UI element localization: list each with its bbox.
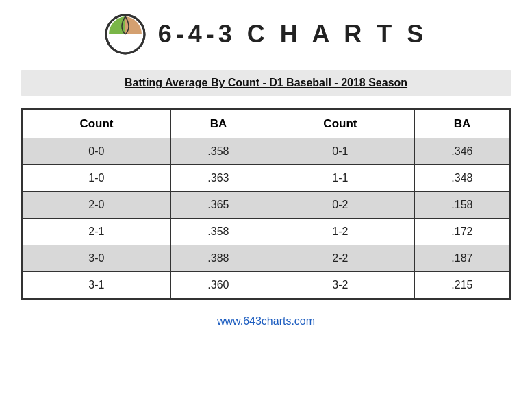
page-header: 6-4-3 C H A R T S [21,14,511,55]
footer: www.643charts.com [217,315,315,328]
cell-count2-4: 2-2 [266,245,414,272]
cell-count1-5: 3-1 [23,272,171,299]
subtitle-text: Batting Average By Count - D1 Baseball -… [31,77,501,89]
cell-ba2-2: .158 [414,192,509,219]
table-header-row: Count BA Count BA [23,110,510,138]
cell-count1-0: 0-0 [23,138,171,165]
cell-count1-2: 2-0 [23,192,171,219]
table-row: 2-0.3650-2.158 [23,192,510,219]
table-row: 3-0.3882-2.187 [23,245,510,272]
cell-ba2-3: .172 [414,219,509,245]
cell-ba2-1: .348 [414,165,509,192]
cell-ba2-4: .187 [414,245,509,272]
cell-ba2-0: .346 [414,138,509,165]
cell-count2-5: 3-2 [266,272,414,299]
cell-count2-3: 1-2 [266,219,414,245]
cell-ba1-1: .363 [170,165,266,192]
table-row: 3-1.3603-2.215 [23,272,510,299]
table-row: 1-0.3631-1.348 [23,165,510,192]
cell-ba1-4: .388 [170,245,266,272]
col-header-ba1: BA [170,110,266,138]
cell-ba1-5: .360 [170,272,266,299]
subtitle-bar: Batting Average By Count - D1 Baseball -… [21,70,511,96]
cell-ba2-5: .215 [414,272,509,299]
cell-ba1-3: .358 [170,219,266,245]
col-header-count2: Count [266,110,414,138]
header-title: 6-4-3 C H A R T S [158,20,427,49]
logo-icon [105,14,146,55]
cell-ba1-0: .358 [170,138,266,165]
col-header-count1: Count [23,110,171,138]
data-table-wrapper: Count BA Count BA 0-0.3580-1.3461-0.3631… [21,108,511,300]
cell-count1-1: 1-0 [23,165,171,192]
col-header-ba2: BA [414,110,509,138]
cell-count1-3: 2-1 [23,219,171,245]
cell-count2-2: 0-2 [266,192,414,219]
cell-count2-0: 0-1 [266,138,414,165]
website-link[interactable]: www.643charts.com [217,315,315,327]
table-row: 2-1.3581-2.172 [23,219,510,245]
batting-average-table: Count BA Count BA 0-0.3580-1.3461-0.3631… [22,110,510,299]
cell-count1-4: 3-0 [23,245,171,272]
cell-count2-1: 1-1 [266,165,414,192]
cell-ba1-2: .365 [170,192,266,219]
table-row: 0-0.3580-1.346 [23,138,510,165]
